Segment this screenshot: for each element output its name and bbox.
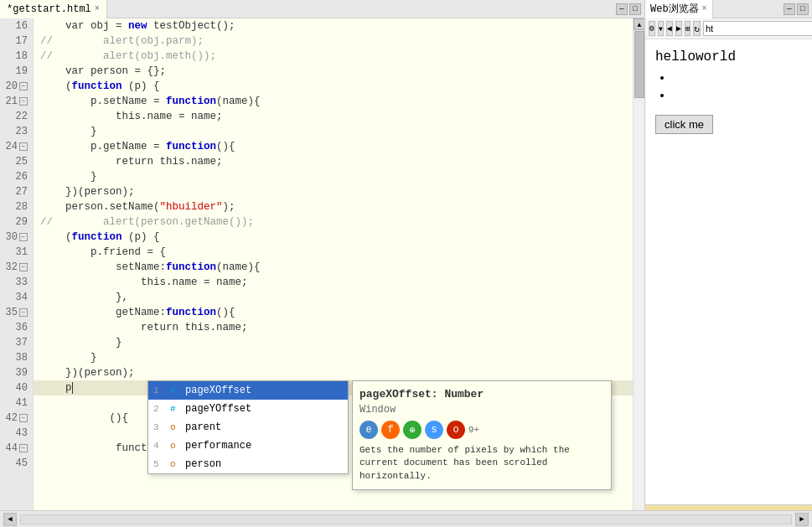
line-num-37: 37 <box>0 335 33 350</box>
code-line-27: })(person); <box>34 184 633 199</box>
browser-panel: Web浏览器 × — □ ⚙ ▼ ◀ ▶ ⊞ ↻ helloworld clic… <box>645 0 812 527</box>
editor-tab-label: *getstart.html <box>7 3 91 15</box>
fold-21[interactable]: − <box>19 97 28 106</box>
line-num-36: 36 <box>0 320 33 335</box>
browser-toolbar: ⚙ ▼ ◀ ▶ ⊞ ↻ <box>645 18 812 39</box>
autocomplete-item-1[interactable]: 1 # pageXOffset <box>148 381 348 400</box>
scroll-right-arrow[interactable]: ▶ <box>795 513 809 526</box>
browser-content: helloworld click me <box>645 39 812 504</box>
editor-content: 16 17 18 19 20− 21− 22 23 24− 25 26 27 2… <box>0 18 644 527</box>
line-num-20: 20− <box>0 79 33 94</box>
browser-restore-btn[interactable]: □ <box>797 3 809 15</box>
click-me-button[interactable]: click me <box>655 115 713 134</box>
autocomplete-item-num-5: 5 <box>153 455 165 473</box>
tooltip-browser-icons: e f ⊕ s o 9+ <box>359 421 604 439</box>
browser-refresh-btn[interactable]: ↻ <box>693 21 701 36</box>
line-num-33: 33 <box>0 275 33 290</box>
line-num-18: 18 <box>0 49 33 64</box>
autocomplete-item-2[interactable]: 2 # pageYOffset <box>148 400 348 418</box>
line-num-28: 28 <box>0 199 33 214</box>
code-line-28: person.setName("hbuilder"); <box>34 199 633 214</box>
editor-tab-bar: *getstart.html × — □ <box>0 0 644 18</box>
fold-44[interactable]: − <box>19 444 28 452</box>
line-num-39: 39 <box>0 365 33 380</box>
line-num-21: 21− <box>0 94 33 109</box>
line-num-42: 42− <box>0 411 33 426</box>
opera-icon: o <box>447 421 465 439</box>
line-num-16: 16 <box>0 18 33 34</box>
tooltip-title: pageXOffset: Number <box>359 388 604 400</box>
editor-tab-close[interactable]: × <box>95 4 100 13</box>
fold-35[interactable]: − <box>19 308 28 317</box>
code-line-20: (function (p) { <box>34 79 633 94</box>
fold-32[interactable]: − <box>19 263 28 271</box>
code-line-34: }, <box>34 290 633 305</box>
browser-content-heading: helloworld <box>655 49 802 65</box>
code-line-26: } <box>34 169 633 184</box>
code-line-33: this.name = name; <box>34 275 633 290</box>
editor-window-controls: — □ <box>616 3 644 15</box>
browser-address-input[interactable] <box>703 21 812 36</box>
line-num-32: 32− <box>0 260 33 275</box>
code-line-18: // alert(obj.meth()); <box>34 49 633 64</box>
fold-20[interactable]: − <box>19 82 28 90</box>
browser-content-list <box>672 71 802 101</box>
editor-tab[interactable]: *getstart.html × <box>0 0 107 18</box>
scrollbar-up-arrow[interactable]: ▲ <box>634 18 644 30</box>
tooltip-type: Window <box>359 404 604 416</box>
scroll-track-h[interactable] <box>20 514 792 524</box>
code-line-39: })(person); <box>34 365 633 380</box>
browser-list-item-2 <box>672 89 802 101</box>
editor-restore-btn[interactable]: □ <box>629 3 641 15</box>
browser-minimize-btn[interactable]: — <box>784 3 795 15</box>
fold-30[interactable]: − <box>19 233 28 241</box>
code-line-29: // alert(person.getName()); <box>34 214 633 230</box>
code-line-19: var person = {}; <box>34 64 633 79</box>
browser-dropdown-btn[interactable]: ▼ <box>658 21 664 36</box>
firefox-icon: f <box>381 421 400 439</box>
browser-tab[interactable]: Web浏览器 × <box>645 0 713 18</box>
chrome-icon: ⊕ <box>403 421 422 439</box>
autocomplete-item-num-1: 1 <box>153 381 165 400</box>
browser-list-item-1 <box>672 71 802 84</box>
code-line-32: setName:function(name){ <box>34 260 633 275</box>
autocomplete-item-name-2: pageYOffset <box>185 400 343 418</box>
line-num-17: 17 <box>0 34 33 49</box>
line-num-40: 40 <box>0 380 33 395</box>
fold-42[interactable]: − <box>19 414 28 422</box>
line-num-41: 41 <box>0 395 33 411</box>
line-num-27: 27 <box>0 184 33 199</box>
autocomplete-item-type-3: o <box>170 418 180 437</box>
line-num-29: 29 <box>0 214 33 230</box>
code-line-36: return this.name; <box>34 320 633 335</box>
line-num-19: 19 <box>0 64 33 79</box>
browser-back-btn[interactable]: ◀ <box>666 21 673 36</box>
browser-forward-btn[interactable]: ▶ <box>675 21 682 36</box>
horizontal-scrollbar: ◀ ▶ <box>0 510 812 527</box>
scroll-left-arrow[interactable]: ◀ <box>3 513 17 526</box>
line-num-26: 26 <box>0 169 33 184</box>
autocomplete-item-5[interactable]: 5 o person <box>148 455 348 473</box>
line-numbers: 16 17 18 19 20− 21− 22 23 24− 25 26 27 2… <box>0 18 34 527</box>
code-line-22: this.name = name; <box>34 109 633 124</box>
fold-24[interactable]: − <box>19 142 28 151</box>
line-num-35: 35− <box>0 305 33 320</box>
autocomplete-item-num-4: 4 <box>153 437 165 455</box>
line-num-22: 22 <box>0 109 33 124</box>
code-line-21: p.setName = function(name){ <box>34 94 633 109</box>
editor-panel: *getstart.html × — □ 16 17 18 19 20− 21−… <box>0 0 645 527</box>
browser-window-controls: — □ <box>784 3 812 15</box>
autocomplete-item-4[interactable]: 4 o performance <box>148 437 348 455</box>
browser-tab-close[interactable]: × <box>702 4 707 13</box>
browser-view-btn[interactable]: ⊞ <box>685 21 690 36</box>
scrollbar-thumb-v[interactable] <box>634 31 644 98</box>
code-line-23: } <box>34 124 633 139</box>
autocomplete-item-name-4: performance <box>185 437 343 455</box>
autocomplete-item-type-4: o <box>170 437 180 455</box>
code-area[interactable]: var obj = new testObject(); // alert(obj… <box>34 18 633 527</box>
autocomplete-item-3[interactable]: 3 o parent <box>148 418 348 437</box>
browser-settings-btn[interactable]: ⚙ <box>649 21 655 36</box>
editor-minimize-btn[interactable]: — <box>616 3 628 15</box>
line-num-45: 45 <box>0 456 33 471</box>
autocomplete-item-name-5: person <box>185 455 343 473</box>
